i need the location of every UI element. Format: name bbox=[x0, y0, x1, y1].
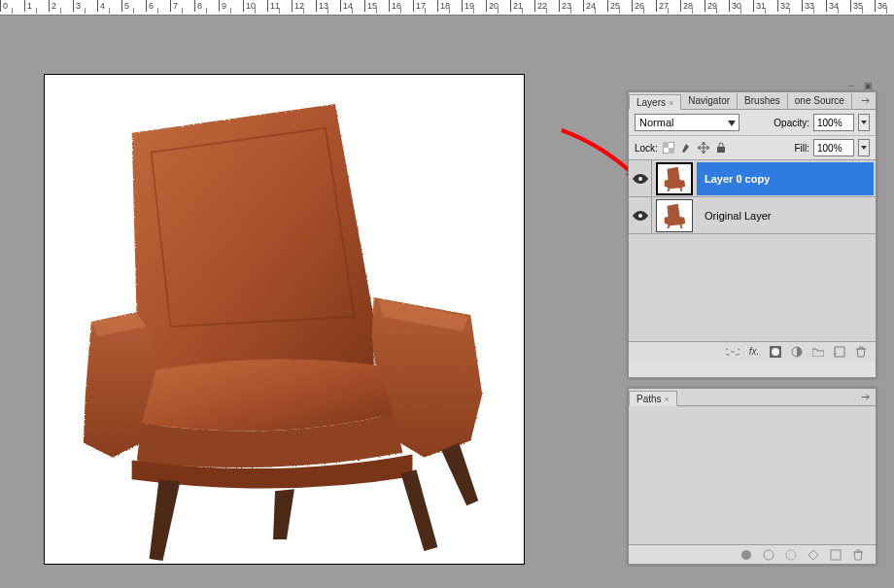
blend-mode-value: Normal bbox=[639, 117, 673, 128]
svg-rect-3 bbox=[717, 147, 725, 153]
paths-panel-tabs: Paths× bbox=[629, 389, 876, 406]
tab-paths[interactable]: Paths× bbox=[629, 391, 677, 406]
layer-row[interactable]: Original Layer bbox=[629, 197, 876, 234]
paths-panel-footer bbox=[629, 544, 876, 564]
layers-panel-tabs: Layers× Navigator Brushes one Source bbox=[629, 92, 876, 110]
fill-value[interactable]: 100% bbox=[813, 139, 854, 156]
fx-icon[interactable]: fx. bbox=[747, 345, 761, 359]
fill-label: Fill: bbox=[794, 143, 809, 154]
new-layer-icon[interactable] bbox=[833, 345, 846, 359]
layers-blend-row: Normal Opacity: 100% bbox=[629, 110, 876, 136]
fill-path-icon[interactable] bbox=[739, 548, 752, 561]
visibility-toggle[interactable] bbox=[629, 197, 652, 233]
svg-rect-13 bbox=[831, 550, 841, 560]
trash-icon[interactable] bbox=[851, 548, 864, 561]
svg-point-11 bbox=[764, 550, 774, 560]
tab-layers[interactable]: Layers× bbox=[629, 94, 681, 110]
lock-all-icon[interactable] bbox=[714, 141, 728, 155]
panel-window-buttons[interactable]: –▣ bbox=[843, 79, 877, 92]
group-icon[interactable] bbox=[811, 345, 825, 359]
svg-point-12 bbox=[786, 550, 796, 560]
svg-rect-1 bbox=[663, 142, 669, 148]
panel-menu-icon[interactable] bbox=[858, 94, 872, 106]
lock-label: Lock: bbox=[635, 143, 658, 154]
tab-clone-source[interactable]: one Source bbox=[788, 93, 852, 109]
svg-point-7 bbox=[772, 348, 779, 356]
layers-panel-footer: fx. bbox=[629, 341, 876, 361]
lock-position-icon[interactable] bbox=[697, 141, 710, 155]
panel-menu-icon[interactable] bbox=[858, 391, 872, 402]
svg-rect-2 bbox=[669, 148, 674, 154]
layers-panel[interactable]: –▣ Layers× Navigator Brushes one Source … bbox=[628, 91, 877, 378]
mask-icon[interactable] bbox=[769, 345, 782, 359]
link-layers-icon[interactable] bbox=[726, 345, 739, 359]
svg-rect-9 bbox=[835, 347, 844, 357]
lock-transparency-icon[interactable] bbox=[662, 141, 675, 155]
paths-list[interactable] bbox=[629, 406, 876, 544]
tab-brushes[interactable]: Brushes bbox=[738, 93, 788, 109]
layer-name[interactable]: Layer 0 copy bbox=[697, 162, 874, 195]
ruler-horizontal: 0123456789101112131415161718192021222324… bbox=[0, 0, 894, 16]
opacity-label: Opacity: bbox=[774, 118, 809, 128]
fill-stepper[interactable] bbox=[858, 139, 870, 156]
tab-navigator[interactable]: Navigator bbox=[681, 93, 738, 109]
svg-point-10 bbox=[741, 550, 751, 560]
stroke-path-icon[interactable] bbox=[762, 548, 774, 561]
path-to-selection-icon[interactable] bbox=[784, 548, 797, 561]
layer-row[interactable]: Layer 0 copy bbox=[629, 160, 876, 197]
opacity-value[interactable]: 100% bbox=[813, 114, 854, 131]
layer-list[interactable]: Layer 0 copyOriginal Layer bbox=[629, 160, 876, 341]
canvas-image-chair bbox=[45, 75, 524, 564]
layer-thumbnail[interactable] bbox=[656, 162, 693, 195]
trash-icon[interactable] bbox=[854, 345, 868, 359]
svg-point-4 bbox=[638, 177, 642, 181]
make-workpath-icon[interactable] bbox=[807, 548, 819, 561]
blend-mode-dropdown[interactable]: Normal bbox=[635, 114, 739, 131]
opacity-stepper[interactable] bbox=[858, 114, 870, 131]
layers-lock-row: Lock: Fill: 100% bbox=[629, 136, 876, 160]
paths-panel[interactable]: Paths× bbox=[628, 388, 877, 565]
svg-point-5 bbox=[638, 214, 642, 218]
adjustment-icon[interactable] bbox=[790, 345, 804, 359]
document-canvas[interactable] bbox=[44, 74, 525, 565]
new-path-icon[interactable] bbox=[829, 548, 842, 561]
lock-pixels-icon[interactable] bbox=[679, 141, 693, 155]
layer-name[interactable]: Original Layer bbox=[697, 199, 874, 232]
visibility-toggle[interactable] bbox=[629, 160, 652, 196]
layer-thumbnail[interactable] bbox=[656, 199, 693, 232]
